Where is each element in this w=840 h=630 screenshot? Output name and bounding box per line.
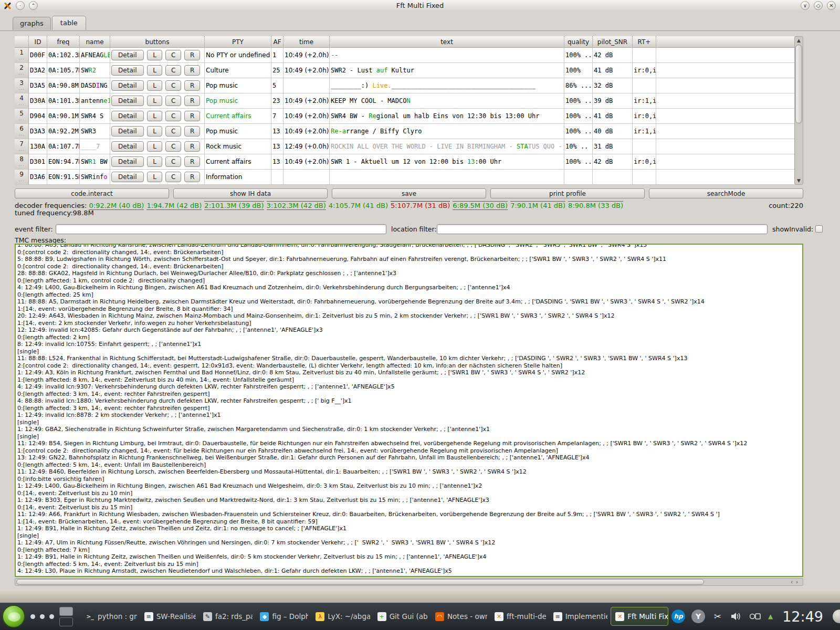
r-button[interactable]: R	[184, 111, 200, 121]
location-filter-input[interactable]	[437, 224, 768, 234]
searchmode-button[interactable]: searchMode	[649, 188, 803, 198]
scissors-icon[interactable]: ✂	[711, 610, 724, 623]
r-button[interactable]: R	[184, 126, 200, 136]
title-bar[interactable]: · ⌃ Fft Multi Fixed ∨ ◇ ✕	[0, 0, 840, 12]
row-header[interactable]: 9...	[15, 170, 29, 185]
l-button[interactable]: L	[147, 50, 163, 60]
scroll-arrows[interactable]: ‹›	[791, 579, 801, 585]
c-button[interactable]: C	[165, 65, 181, 76]
taskbar-task[interactable]: ✕Fft Multi Fixed	[611, 607, 668, 626]
scrollbar-thumb[interactable]	[16, 579, 704, 585]
taskbar-task[interactable]: +Git Gui (abga	[373, 607, 428, 626]
column-header-pty[interactable]: PTY	[205, 36, 271, 48]
show-invalid-checkbox[interactable]	[815, 225, 823, 233]
row-header[interactable]: 7...	[15, 139, 29, 154]
close-button[interactable]: ✕	[827, 1, 836, 10]
l-button[interactable]: L	[147, 80, 163, 91]
column-header-id[interactable]: ID	[29, 36, 47, 48]
c-button[interactable]: C	[165, 96, 181, 106]
desktop-1[interactable]	[59, 607, 73, 616]
app-launcher-button[interactable]	[2, 605, 25, 628]
volume-icon[interactable]	[730, 610, 743, 623]
row-header[interactable]: 1...	[15, 48, 29, 63]
arrow-up-icon[interactable]: ▲	[768, 613, 773, 620]
tab-table[interactable]: table	[52, 16, 86, 30]
scroll-up-arrow[interactable]: ▲	[795, 37, 803, 44]
column-header-time[interactable]: time	[284, 36, 330, 48]
maximize-button[interactable]: ◇	[814, 1, 823, 10]
l-button[interactable]: L	[147, 141, 163, 152]
l-button[interactable]: L	[147, 172, 163, 182]
row-header[interactable]: 6...	[15, 124, 29, 139]
save-button[interactable]: save	[332, 188, 486, 198]
column-header-af[interactable]: AF	[271, 36, 284, 48]
taskbar-task[interactable]: λLyX: ~/abgabe	[311, 607, 370, 626]
detail-button[interactable]: Detail	[111, 126, 144, 136]
hp-logo[interactable]: hp	[671, 610, 685, 623]
detail-button[interactable]: Detail	[111, 111, 144, 121]
l-button[interactable]: L	[147, 96, 163, 106]
taskbar-task[interactable]: ≡SW-Realisieru	[140, 607, 196, 626]
taskbar-task[interactable]: ◠Notes - ownCl	[431, 607, 487, 626]
column-header-name[interactable]: name	[80, 36, 110, 48]
row-header[interactable]: 8...	[15, 154, 29, 170]
c-button[interactable]: C	[165, 172, 181, 182]
minimize-button[interactable]: ∨	[801, 1, 810, 10]
scroll-down-arrow[interactable]: ▼	[795, 177, 803, 184]
c-button[interactable]: C	[165, 156, 181, 167]
row-header[interactable]: 3...	[15, 78, 29, 93]
c-button[interactable]: C	[165, 126, 181, 136]
detail-button[interactable]: Detail	[111, 80, 144, 91]
scrollbar-thumb[interactable]	[795, 45, 802, 123]
detail-button[interactable]: Detail	[111, 172, 144, 182]
l-button[interactable]: L	[147, 65, 163, 76]
taskbar-task[interactable]: ≡Implementieru	[549, 607, 608, 626]
r-button[interactable]: R	[184, 141, 200, 152]
tray-overflow-icon[interactable]	[833, 610, 840, 623]
c-button[interactable]: C	[165, 141, 181, 152]
column-header-rt-[interactable]: RT+	[633, 36, 656, 48]
column-header-freq[interactable]: freq	[47, 36, 80, 48]
y-logo[interactable]: Y	[691, 610, 705, 623]
r-button[interactable]: R	[184, 80, 200, 91]
detail-button[interactable]: Detail	[111, 65, 144, 76]
event-filter-input[interactable]	[56, 224, 386, 234]
c-button[interactable]: C	[165, 50, 181, 60]
c-button[interactable]: C	[165, 80, 181, 91]
taskbar-task[interactable]: ✎fa2: rds_pars	[199, 607, 253, 626]
tmc-horizontal-scrollbar[interactable]: ‹›	[15, 578, 803, 586]
r-button[interactable]: R	[184, 172, 200, 182]
tmc-messages-box[interactable]: 1: 88:88: A65, Landau in Richtung Karlsr…	[15, 244, 803, 577]
activity-dots[interactable]	[30, 614, 54, 619]
tab-graphs[interactable]: graphs	[13, 17, 51, 30]
column-header-buttons[interactable]: buttons	[110, 36, 205, 48]
column-header-quality[interactable]: quality	[564, 36, 593, 48]
c-button[interactable]: C	[165, 111, 181, 121]
show-ih-data-button[interactable]: show IH data	[173, 188, 328, 198]
detail-button[interactable]: Detail	[111, 96, 144, 106]
r-button[interactable]: R	[184, 96, 200, 106]
r-button[interactable]: R	[184, 50, 200, 60]
desktop-pager[interactable]	[59, 607, 73, 626]
desktop-2[interactable]	[59, 617, 73, 626]
l-button[interactable]: L	[147, 156, 163, 167]
table-vertical-scrollbar[interactable]: ▲ ▼	[794, 36, 803, 185]
column-header-text[interactable]: text	[330, 36, 564, 48]
r-button[interactable]: R	[184, 65, 200, 76]
print-profile-button[interactable]: print profile	[490, 188, 645, 198]
code-interact-button[interactable]: code.interact	[15, 188, 169, 198]
taskbar-task[interactable]: ✕fft-multi-deco	[490, 607, 546, 626]
column-header-pilot-snr[interactable]: pilot_SNR	[593, 36, 633, 48]
detail-button[interactable]: Detail	[111, 141, 144, 152]
row-header[interactable]: 4...	[15, 93, 29, 109]
row-header[interactable]: 5...	[15, 109, 29, 124]
l-button[interactable]: L	[147, 111, 163, 121]
r-button[interactable]: R	[184, 156, 200, 167]
battery-icon[interactable]	[749, 610, 762, 623]
taskbar-task[interactable]: >_python : gnur	[81, 607, 137, 626]
detail-button[interactable]: Detail	[111, 50, 144, 60]
taskbar-task[interactable]: ◆fig – Dolphin	[256, 607, 308, 626]
l-button[interactable]: L	[147, 126, 163, 136]
detail-button[interactable]: Detail	[111, 156, 144, 167]
row-header[interactable]: 2...	[15, 63, 29, 78]
